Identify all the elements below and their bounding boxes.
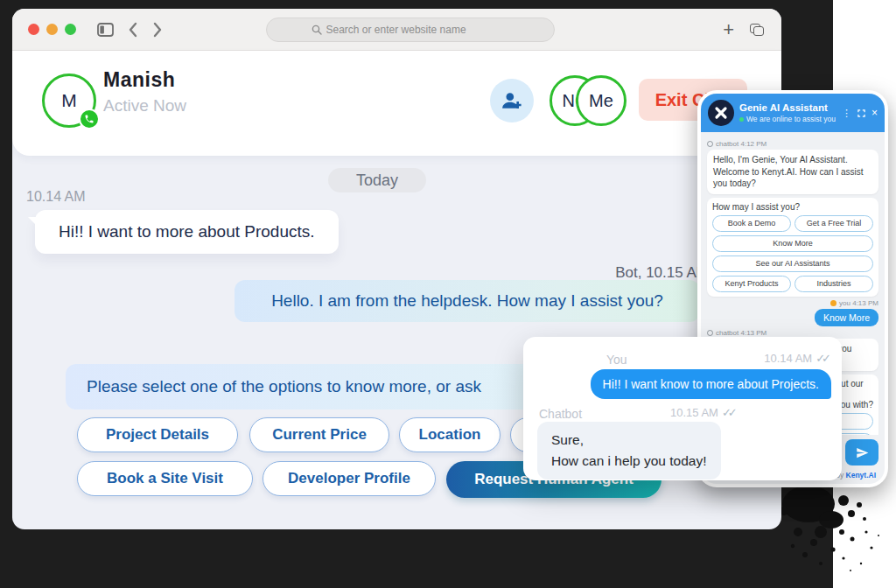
quick-reply-ai-assistants[interactable]: See our AI Assistants [712, 256, 873, 272]
you-reply-bubble-1: Know More [815, 309, 878, 326]
quick-reply-know-more[interactable]: Know More [712, 235, 873, 252]
bot-line-2: How can i help you today! [551, 451, 707, 472]
add-person-button[interactable] [490, 79, 534, 122]
genie-quick-reply-card: How may I assist you? Book a Demo Get a … [707, 198, 878, 297]
quick-reply-industries[interactable]: Industries [794, 276, 873, 292]
option-project-details[interactable]: Project Details [77, 417, 238, 452]
genie-status-text: We are online to assist you [746, 115, 836, 123]
person-add-icon [500, 89, 523, 112]
chatbot-timestamp: 10.15 AM✓✓ [670, 406, 734, 419]
online-dot [739, 117, 744, 122]
contact-status: Active Now [103, 96, 186, 116]
chatbot-avatar-icon [707, 330, 713, 336]
mini-chat-overlay-panel: You 10.14 AM✓✓ Hi!! I want know to more … [523, 337, 842, 480]
bot-message-bubble-1: Hello. I am from the helpdesk. How may I… [234, 280, 700, 322]
option-developer-profile[interactable]: Developer Profile [262, 461, 436, 496]
you-timestamp: 10.14 AM✓✓ [764, 352, 828, 365]
read-ticks-icon: ✓✓ [722, 406, 734, 419]
page-canvas: + M Manish Active Now NC Me Exit Chat To… [0, 0, 896, 588]
overlay-user-message-bubble: Hi!! I want know to more about Projects. [591, 369, 831, 399]
option-current-price[interactable]: Current Price [249, 417, 389, 452]
chatbot-label: Chatbot [539, 407, 582, 421]
you-label: You [606, 353, 627, 367]
genie-widget-header: Genie AI Assistant We are online to assi… [701, 94, 885, 132]
chatbot-avatar-icon [707, 141, 713, 147]
widget-close-icon[interactable]: × [872, 107, 878, 119]
chatbot-meta-2: chatbot 4:13 PM [716, 329, 766, 337]
traffic-light-zoom-button[interactable] [65, 24, 76, 35]
quick-reply-book-demo[interactable]: Book a Demo [712, 215, 791, 232]
address-search-bar[interactable] [266, 18, 555, 42]
forward-button-icon[interactable] [152, 22, 163, 38]
browser-chrome-bar: + [12, 9, 781, 51]
kenyt-logo-icon [708, 100, 734, 126]
user-avatar-icon [830, 300, 836, 306]
user-message-timestamp: 10.14 AM [26, 189, 86, 205]
chat-header: M Manish Active Now NC Me Exit Chat [12, 51, 781, 156]
quick-reply-kenyt-products[interactable]: Kenyt Products [712, 276, 791, 292]
genie-prompt: How may I assist you? [712, 202, 873, 212]
whatsapp-badge-icon [79, 108, 100, 130]
genie-widget-title: Genie AI Assistant [739, 102, 842, 113]
bot-line-1: Sure, [551, 430, 707, 451]
user-message-bubble: Hi!! I want to more about Products. [35, 210, 339, 254]
kenyt-brand-link[interactable]: Kenyt.AI [846, 471, 876, 480]
overlay-bot-message-bubble: Sure, How can i help you today! [537, 422, 721, 480]
read-ticks-icon: ✓✓ [816, 352, 828, 365]
sidebar-toggle-icon[interactable] [97, 23, 114, 37]
widget-menu-icon[interactable]: ⋮ [842, 108, 851, 119]
today-date-divider: Today [328, 168, 426, 192]
widget-expand-icon[interactable] [858, 109, 865, 117]
search-input[interactable] [326, 24, 510, 36]
new-tab-button[interactable]: + [723, 20, 734, 39]
genie-greeting-bubble: Hello, I'm Genie, Your AI Assistant. Wel… [707, 150, 878, 194]
chatbot-meta: chatbot 4:12 PM [716, 140, 766, 148]
back-button-icon[interactable] [128, 22, 138, 38]
you-meta: you 4:13 PM [839, 299, 878, 307]
send-paper-plane-icon [856, 446, 869, 459]
participant-me-label: Me [589, 91, 613, 111]
send-button[interactable] [845, 439, 878, 466]
traffic-light-close-button[interactable] [28, 24, 39, 35]
contact-name: Manish [103, 68, 175, 92]
option-book-site-visit[interactable]: Book a Site Visit [77, 461, 253, 496]
tab-overview-icon[interactable] [750, 24, 764, 36]
option-location[interactable]: Location [399, 417, 500, 452]
quick-reply-free-trial[interactable]: Get a Free Trial [794, 215, 873, 232]
participant-circle-me[interactable]: Me [576, 75, 626, 126]
bot-message-meta: Bot, 10.15 AM [615, 264, 709, 282]
traffic-light-minimize-button[interactable] [46, 24, 58, 35]
search-icon [312, 24, 322, 35]
avatar: M [42, 74, 96, 128]
